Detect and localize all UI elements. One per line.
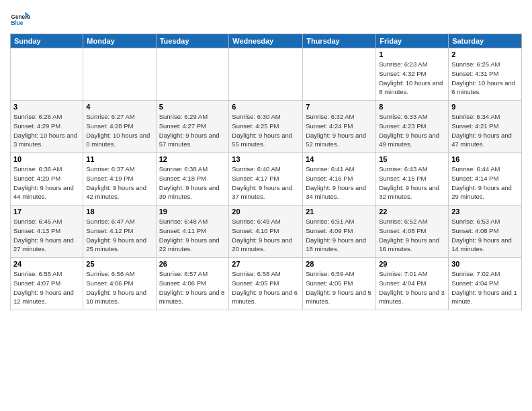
calendar-cell-4-7: 23Sunrise: 6:53 AM Sunset: 4:08 PM Dayli… — [449, 205, 522, 258]
day-number: 29 — [379, 260, 445, 268]
day-info: Sunrise: 6:57 AM Sunset: 4:06 PM Dayligh… — [159, 269, 226, 306]
calendar-cell-5-6: 29Sunrise: 7:01 AM Sunset: 4:04 PM Dayli… — [376, 258, 449, 310]
day-number: 21 — [306, 208, 373, 216]
day-number: 2 — [451, 50, 519, 58]
col-header-monday: Monday — [83, 34, 156, 48]
day-info: Sunrise: 6:34 AM Sunset: 4:21 PM Dayligh… — [451, 112, 519, 149]
day-info: Sunrise: 6:25 AM Sunset: 4:31 PM Dayligh… — [451, 60, 519, 97]
day-info: Sunrise: 6:56 AM Sunset: 4:06 PM Dayligh… — [86, 269, 152, 306]
day-info: Sunrise: 6:29 AM Sunset: 4:27 PM Dayligh… — [159, 112, 226, 149]
logo: General Blue — [10, 9, 33, 30]
calendar-cell-1-6: 1Sunrise: 6:23 AM Sunset: 4:32 PM Daylig… — [376, 48, 449, 101]
day-info: Sunrise: 6:41 AM Sunset: 4:16 PM Dayligh… — [306, 165, 373, 201]
day-info: Sunrise: 6:36 AM Sunset: 4:20 PM Dayligh… — [13, 165, 80, 201]
day-info: Sunrise: 6:59 AM Sunset: 4:05 PM Dayligh… — [306, 269, 373, 306]
calendar-cell-4-3: 19Sunrise: 6:48 AM Sunset: 4:11 PM Dayli… — [156, 205, 229, 258]
day-number: 18 — [86, 208, 152, 216]
day-info: Sunrise: 6:33 AM Sunset: 4:23 PM Dayligh… — [379, 112, 445, 149]
calendar-week-row-4: 17Sunrise: 6:45 AM Sunset: 4:13 PM Dayli… — [11, 205, 522, 258]
calendar-cell-4-2: 18Sunrise: 6:47 AM Sunset: 4:12 PM Dayli… — [83, 205, 156, 258]
calendar-cell-4-4: 20Sunrise: 6:49 AM Sunset: 4:10 PM Dayli… — [229, 205, 303, 258]
calendar-cell-2-1: 3Sunrise: 6:26 AM Sunset: 4:29 PM Daylig… — [11, 101, 83, 153]
calendar-week-row-3: 10Sunrise: 6:36 AM Sunset: 4:20 PM Dayli… — [11, 153, 522, 205]
day-info: Sunrise: 6:51 AM Sunset: 4:09 PM Dayligh… — [306, 217, 373, 254]
calendar-cell-1-2 — [83, 48, 156, 101]
day-number: 15 — [379, 155, 445, 163]
calendar-cell-1-7: 2Sunrise: 6:25 AM Sunset: 4:31 PM Daylig… — [449, 48, 522, 101]
calendar-cell-3-7: 16Sunrise: 6:44 AM Sunset: 4:14 PM Dayli… — [449, 153, 522, 205]
day-info: Sunrise: 6:40 AM Sunset: 4:17 PM Dayligh… — [232, 165, 300, 201]
calendar-cell-3-5: 14Sunrise: 6:41 AM Sunset: 4:16 PM Dayli… — [303, 153, 376, 205]
calendar-cell-2-7: 9Sunrise: 6:34 AM Sunset: 4:21 PM Daylig… — [449, 101, 522, 153]
calendar-cell-1-5 — [303, 48, 376, 101]
calendar-cell-3-1: 10Sunrise: 6:36 AM Sunset: 4:20 PM Dayli… — [11, 153, 83, 205]
calendar-cell-2-2: 4Sunrise: 6:27 AM Sunset: 4:28 PM Daylig… — [83, 101, 156, 153]
calendar-cell-1-3 — [156, 48, 229, 101]
day-info: Sunrise: 6:32 AM Sunset: 4:24 PM Dayligh… — [306, 112, 373, 149]
header: General Blue — [10, 7, 522, 30]
col-header-sunday: Sunday — [11, 34, 83, 48]
day-number: 19 — [159, 208, 226, 216]
calendar-cell-4-6: 22Sunrise: 6:52 AM Sunset: 4:08 PM Dayli… — [376, 205, 449, 258]
day-number: 28 — [306, 260, 373, 268]
day-info: Sunrise: 6:45 AM Sunset: 4:13 PM Dayligh… — [13, 217, 80, 254]
day-number: 24 — [13, 260, 80, 268]
day-number: 9 — [451, 103, 519, 111]
day-number: 12 — [159, 155, 226, 163]
day-info: Sunrise: 6:27 AM Sunset: 4:28 PM Dayligh… — [86, 112, 152, 149]
day-number: 17 — [13, 208, 80, 216]
day-info: Sunrise: 6:49 AM Sunset: 4:10 PM Dayligh… — [232, 217, 300, 254]
day-number: 13 — [232, 155, 300, 163]
calendar-cell-4-5: 21Sunrise: 6:51 AM Sunset: 4:09 PM Dayli… — [303, 205, 376, 258]
col-header-tuesday: Tuesday — [156, 34, 229, 48]
day-number: 16 — [451, 155, 519, 163]
calendar-cell-1-4 — [229, 48, 303, 101]
calendar-week-row-2: 3Sunrise: 6:26 AM Sunset: 4:29 PM Daylig… — [11, 101, 522, 153]
day-info: Sunrise: 7:02 AM Sunset: 4:04 PM Dayligh… — [451, 269, 519, 306]
calendar-cell-5-2: 25Sunrise: 6:56 AM Sunset: 4:06 PM Dayli… — [83, 258, 156, 310]
day-number: 27 — [232, 260, 300, 268]
calendar-cell-3-4: 13Sunrise: 6:40 AM Sunset: 4:17 PM Dayli… — [229, 153, 303, 205]
col-header-wednesday: Wednesday — [229, 34, 303, 48]
day-number: 22 — [379, 208, 445, 216]
day-info: Sunrise: 6:30 AM Sunset: 4:25 PM Dayligh… — [232, 112, 300, 149]
day-number: 23 — [451, 208, 519, 216]
day-number: 11 — [86, 155, 152, 163]
day-number: 25 — [86, 260, 152, 268]
calendar-cell-4-1: 17Sunrise: 6:45 AM Sunset: 4:13 PM Dayli… — [11, 205, 83, 258]
calendar-cell-5-7: 30Sunrise: 7:02 AM Sunset: 4:04 PM Dayli… — [449, 258, 522, 310]
calendar-cell-2-6: 8Sunrise: 6:33 AM Sunset: 4:23 PM Daylig… — [376, 101, 449, 153]
calendar-cell-2-5: 7Sunrise: 6:32 AM Sunset: 4:24 PM Daylig… — [303, 101, 376, 153]
calendar-cell-2-3: 5Sunrise: 6:29 AM Sunset: 4:27 PM Daylig… — [156, 101, 229, 153]
day-info: Sunrise: 6:38 AM Sunset: 4:18 PM Dayligh… — [159, 165, 226, 201]
day-info: Sunrise: 6:44 AM Sunset: 4:14 PM Dayligh… — [451, 165, 519, 201]
day-info: Sunrise: 6:37 AM Sunset: 4:19 PM Dayligh… — [86, 165, 152, 201]
page: General Blue SundayMondayTuesdayWednesda… — [0, 0, 532, 411]
day-number: 26 — [159, 260, 226, 268]
day-info: Sunrise: 6:23 AM Sunset: 4:32 PM Dayligh… — [379, 60, 445, 97]
day-number: 1 — [379, 50, 445, 58]
day-info: Sunrise: 6:26 AM Sunset: 4:29 PM Dayligh… — [13, 112, 80, 149]
calendar-header-row: SundayMondayTuesdayWednesdayThursdayFrid… — [11, 34, 522, 48]
day-info: Sunrise: 6:55 AM Sunset: 4:07 PM Dayligh… — [13, 269, 80, 306]
day-number: 4 — [86, 103, 152, 111]
day-info: Sunrise: 7:01 AM Sunset: 4:04 PM Dayligh… — [379, 269, 445, 306]
day-number: 6 — [232, 103, 300, 111]
calendar-week-row-1: 1Sunrise: 6:23 AM Sunset: 4:32 PM Daylig… — [11, 48, 522, 101]
calendar-cell-5-5: 28Sunrise: 6:59 AM Sunset: 4:05 PM Dayli… — [303, 258, 376, 310]
day-number: 10 — [13, 155, 80, 163]
day-info: Sunrise: 6:43 AM Sunset: 4:15 PM Dayligh… — [379, 165, 445, 201]
calendar-cell-5-4: 27Sunrise: 6:58 AM Sunset: 4:05 PM Dayli… — [229, 258, 303, 310]
col-header-friday: Friday — [376, 34, 449, 48]
day-number: 8 — [379, 103, 445, 111]
svg-text:Blue: Blue — [11, 20, 24, 26]
col-header-thursday: Thursday — [303, 34, 376, 48]
day-info: Sunrise: 6:58 AM Sunset: 4:05 PM Dayligh… — [232, 269, 300, 306]
calendar-table: SundayMondayTuesdayWednesdayThursdayFrid… — [10, 34, 522, 310]
calendar-cell-5-3: 26Sunrise: 6:57 AM Sunset: 4:06 PM Dayli… — [156, 258, 229, 310]
day-number: 3 — [13, 103, 80, 111]
calendar-cell-3-2: 11Sunrise: 6:37 AM Sunset: 4:19 PM Dayli… — [83, 153, 156, 205]
day-info: Sunrise: 6:52 AM Sunset: 4:08 PM Dayligh… — [379, 217, 445, 254]
calendar-cell-2-4: 6Sunrise: 6:30 AM Sunset: 4:25 PM Daylig… — [229, 101, 303, 153]
day-number: 14 — [306, 155, 373, 163]
